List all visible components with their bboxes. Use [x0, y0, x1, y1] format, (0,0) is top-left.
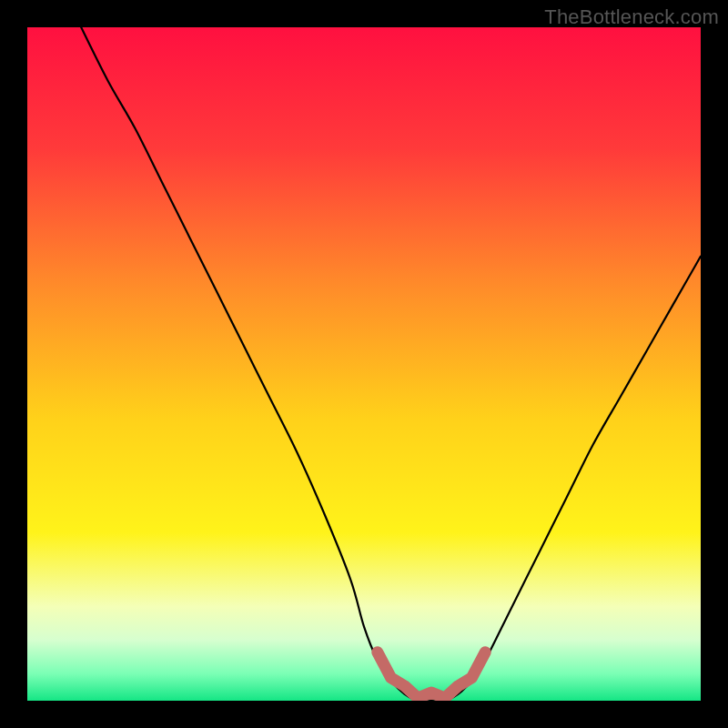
plot-area — [27, 27, 701, 701]
gradient-plot — [27, 27, 701, 701]
gradient-background — [27, 27, 701, 701]
chart-container: TheBottleneck.com — [0, 0, 728, 728]
watermark-text: TheBottleneck.com — [544, 5, 719, 29]
